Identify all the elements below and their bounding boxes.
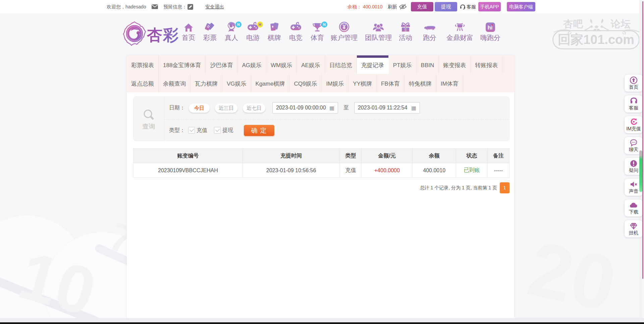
svg-text:赛车工作室: 赛车工作室 (426, 29, 433, 30)
